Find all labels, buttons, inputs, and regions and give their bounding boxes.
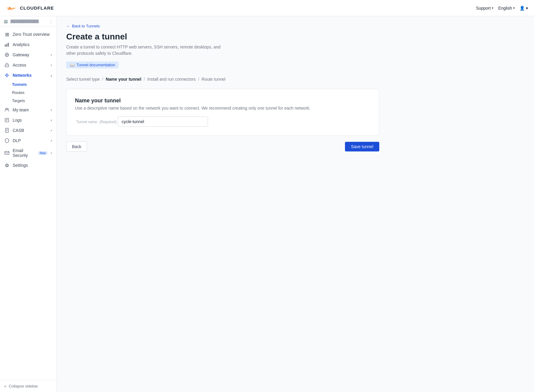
analytics-icon	[4, 42, 10, 47]
gateway-icon	[4, 52, 10, 58]
settings-icon: ⚙	[4, 163, 10, 168]
sidebar-label-access: Access	[13, 63, 48, 67]
svg-rect-2	[8, 43, 9, 47]
casb-icon	[4, 128, 10, 133]
steps-breadcrumb: Select tunnel type / Name your tunnel / …	[66, 77, 524, 82]
sidebar-label-gateway: Gateway	[13, 52, 48, 57]
user-icon: 👤 ▾	[520, 6, 528, 11]
user-menu[interactable]: 👤 ▾	[520, 6, 528, 11]
email-security-badge: New	[38, 151, 48, 155]
logs-arrow-icon: ▾	[51, 119, 52, 122]
step-sep-3: /	[198, 77, 199, 82]
account-selector[interactable]: 🏢 ████████████ ⋮	[0, 16, 56, 27]
logo-text: CLOUDFLARE	[20, 5, 54, 11]
sidebar-label-zero-trust: Zero Trust overview	[13, 32, 52, 37]
page-title: Create a tunnel	[66, 32, 524, 42]
targets-label: Targets	[12, 98, 25, 103]
tunnel-documentation-link[interactable]: 📖 Tunnel documentation	[66, 61, 119, 68]
form-card-description: Use a descriptive name based on the netw…	[75, 106, 371, 110]
back-arrow-icon: ←	[66, 24, 70, 28]
doc-link-label: Tunnel documentation	[76, 63, 115, 67]
topbar: CLOUDFLARE Support ▾ English ▾ 👤 ▾	[0, 0, 534, 16]
svg-point-5	[6, 74, 8, 76]
app-body: 🏢 ████████████ ⋮ ⊞ Zero Trust overview A…	[0, 16, 534, 392]
sidebar-label-casb: CASB	[13, 128, 48, 133]
sidebar-subitem-routes[interactable]: Routes	[12, 89, 56, 97]
sidebar-label-my-team: My team	[13, 107, 48, 112]
save-tunnel-button[interactable]: Save tunnel	[345, 142, 379, 151]
sidebar-item-logs[interactable]: Logs ▾	[0, 115, 56, 125]
account-arrow-icon: ⋮	[49, 19, 53, 23]
svg-rect-8	[5, 118, 9, 122]
svg-rect-10	[5, 151, 9, 154]
step-install-connectors[interactable]: Install and run connectors	[147, 77, 195, 82]
svg-point-7	[7, 108, 8, 110]
svg-point-6	[6, 108, 7, 110]
logs-icon	[4, 117, 10, 123]
svg-rect-0	[5, 45, 6, 47]
step-route-tunnel[interactable]: Route tunnel	[202, 77, 225, 82]
page-description: Create a tunnel to connect HTTP web serv…	[66, 44, 223, 57]
step-sep-2: /	[144, 77, 145, 82]
sidebar-item-settings[interactable]: ⚙ Settings	[0, 160, 56, 170]
required-marker: (Required)	[100, 120, 117, 124]
sidebar: 🏢 ████████████ ⋮ ⊞ Zero Trust overview A…	[0, 16, 57, 392]
sidebar-subitem-tunnels[interactable]: Tunnels	[12, 80, 56, 89]
sidebar-item-casb[interactable]: CASB ▾	[0, 125, 56, 135]
networks-arrow-icon: ▴	[51, 74, 52, 77]
dlp-arrow-icon: ▾	[51, 139, 52, 142]
sidebar-item-dlp[interactable]: DLP ▾	[0, 135, 56, 146]
support-dropdown-arrow: ▾	[492, 6, 493, 10]
step-name-your-tunnel[interactable]: Name your tunnel	[106, 77, 141, 82]
step-select-tunnel-type[interactable]: Select tunnel type	[66, 77, 100, 82]
account-name: ████████████	[11, 20, 47, 23]
support-link[interactable]: Support ▾	[476, 6, 493, 11]
svg-rect-4	[5, 65, 9, 67]
dlp-icon	[4, 138, 10, 143]
email-security-icon	[4, 150, 10, 156]
tunnels-label: Tunnels	[12, 82, 27, 87]
sidebar-label-email-security: Email Security	[13, 148, 35, 158]
back-to-tunnels-link[interactable]: ← Back to Tunnels	[66, 24, 100, 28]
access-icon	[4, 62, 10, 68]
main-content: ← Back to Tunnels Create a tunnel Create…	[57, 16, 534, 392]
sidebar-subitem-targets[interactable]: Targets	[12, 97, 56, 105]
form-card-title: Name your tunnel	[75, 98, 371, 104]
sidebar-label-logs: Logs	[13, 118, 48, 123]
svg-rect-1	[6, 44, 7, 47]
tunnel-name-input[interactable]	[118, 117, 208, 127]
topbar-right: Support ▾ English ▾ 👤 ▾	[476, 6, 528, 11]
sidebar-item-access[interactable]: Access ▾	[0, 60, 56, 70]
sidebar-label-settings: Settings	[13, 163, 52, 168]
sidebar-item-email-security[interactable]: Email Security New ▾	[0, 146, 56, 160]
book-icon: 📖	[70, 63, 75, 67]
sidebar-item-analytics[interactable]: Analytics	[0, 39, 56, 50]
sidebar-label-analytics: Analytics	[13, 42, 52, 47]
language-selector[interactable]: English ▾	[498, 6, 515, 11]
sidebar-item-networks[interactable]: Networks ▴	[0, 70, 56, 80]
logo[interactable]: CLOUDFLARE	[6, 2, 54, 14]
form-card: Name your tunnel Use a descriptive name …	[66, 89, 379, 135]
sidebar-label-networks: Networks	[13, 73, 48, 78]
language-dropdown-arrow: ▾	[513, 6, 515, 10]
tunnel-name-label: Tunnel name (Required)	[75, 119, 118, 124]
my-team-arrow-icon: ▾	[51, 108, 52, 112]
collapse-sidebar-button[interactable]: « Collapse sidebar	[0, 380, 56, 392]
grid-icon: ⊞	[4, 32, 10, 37]
collapse-icon: «	[4, 384, 6, 388]
networks-sub-items: Tunnels Routes Targets	[0, 80, 56, 105]
collapse-label: Collapse sidebar	[9, 384, 38, 388]
action-bar: Back Save tunnel	[66, 142, 379, 152]
sidebar-item-zero-trust-overview[interactable]: ⊞ Zero Trust overview	[0, 29, 56, 39]
casb-arrow-icon: ▾	[51, 129, 52, 132]
sidebar-item-gateway[interactable]: Gateway ▾	[0, 50, 56, 60]
sidebar-label-dlp: DLP	[13, 138, 48, 143]
back-to-tunnels-label: Back to Tunnels	[72, 24, 100, 28]
step-sep-1: /	[102, 77, 103, 82]
networks-icon	[4, 73, 10, 78]
back-button[interactable]: Back	[66, 142, 87, 152]
sidebar-item-my-team[interactable]: My team ▾	[0, 105, 56, 115]
routes-label: Routes	[12, 90, 24, 95]
access-arrow-icon: ▾	[51, 64, 52, 67]
email-security-arrow-icon: ▾	[51, 151, 52, 155]
